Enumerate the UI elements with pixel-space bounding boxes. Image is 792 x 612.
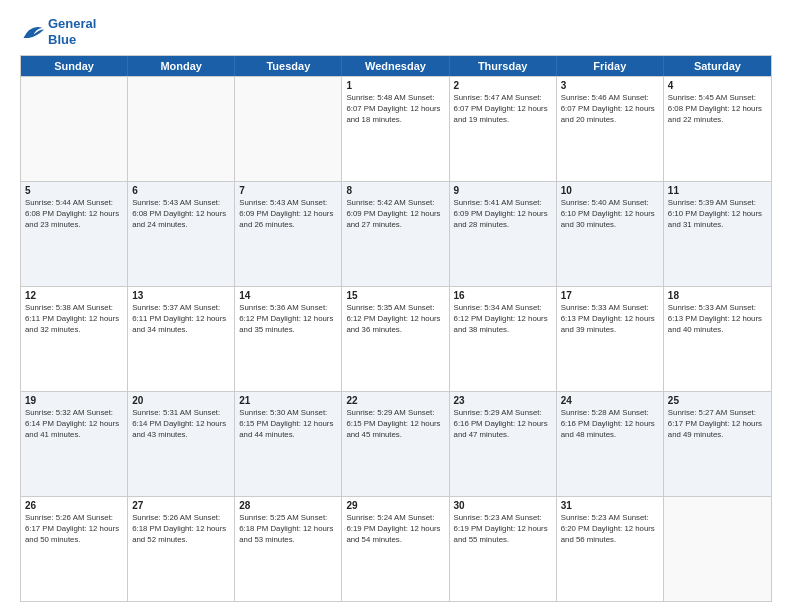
calendar-week-4: 26Sunrise: 5:26 AM Sunset: 6:17 PM Dayli… <box>21 496 771 601</box>
calendar-cell: 26Sunrise: 5:26 AM Sunset: 6:17 PM Dayli… <box>21 497 128 601</box>
logo-text: GeneralBlue <box>48 16 96 47</box>
cell-info: Sunrise: 5:29 AM Sunset: 6:16 PM Dayligh… <box>454 408 552 441</box>
cell-date: 10 <box>561 185 659 196</box>
calendar-cell: 6Sunrise: 5:43 AM Sunset: 6:08 PM Daylig… <box>128 182 235 286</box>
header-cell-tuesday: Tuesday <box>235 56 342 76</box>
calendar-week-1: 5Sunrise: 5:44 AM Sunset: 6:08 PM Daylig… <box>21 181 771 286</box>
page: GeneralBlue SundayMondayTuesdayWednesday… <box>0 0 792 612</box>
cell-date: 28 <box>239 500 337 511</box>
cell-info: Sunrise: 5:41 AM Sunset: 6:09 PM Dayligh… <box>454 198 552 231</box>
cell-date: 14 <box>239 290 337 301</box>
calendar-body: 1Sunrise: 5:48 AM Sunset: 6:07 PM Daylig… <box>21 76 771 601</box>
calendar-cell: 14Sunrise: 5:36 AM Sunset: 6:12 PM Dayli… <box>235 287 342 391</box>
cell-date: 27 <box>132 500 230 511</box>
cell-info: Sunrise: 5:43 AM Sunset: 6:09 PM Dayligh… <box>239 198 337 231</box>
cell-info: Sunrise: 5:23 AM Sunset: 6:20 PM Dayligh… <box>561 513 659 546</box>
cell-date: 2 <box>454 80 552 91</box>
calendar-cell: 7Sunrise: 5:43 AM Sunset: 6:09 PM Daylig… <box>235 182 342 286</box>
calendar-cell: 23Sunrise: 5:29 AM Sunset: 6:16 PM Dayli… <box>450 392 557 496</box>
calendar-cell: 30Sunrise: 5:23 AM Sunset: 6:19 PM Dayli… <box>450 497 557 601</box>
cell-date: 13 <box>132 290 230 301</box>
cell-info: Sunrise: 5:36 AM Sunset: 6:12 PM Dayligh… <box>239 303 337 336</box>
calendar-cell: 27Sunrise: 5:26 AM Sunset: 6:18 PM Dayli… <box>128 497 235 601</box>
cell-info: Sunrise: 5:35 AM Sunset: 6:12 PM Dayligh… <box>346 303 444 336</box>
cell-info: Sunrise: 5:28 AM Sunset: 6:16 PM Dayligh… <box>561 408 659 441</box>
header-cell-sunday: Sunday <box>21 56 128 76</box>
cell-date: 9 <box>454 185 552 196</box>
cell-date: 25 <box>668 395 767 406</box>
header-cell-friday: Friday <box>557 56 664 76</box>
calendar-cell: 29Sunrise: 5:24 AM Sunset: 6:19 PM Dayli… <box>342 497 449 601</box>
calendar-cell: 24Sunrise: 5:28 AM Sunset: 6:16 PM Dayli… <box>557 392 664 496</box>
cell-date: 21 <box>239 395 337 406</box>
header-cell-wednesday: Wednesday <box>342 56 449 76</box>
calendar-cell <box>21 77 128 181</box>
cell-info: Sunrise: 5:37 AM Sunset: 6:11 PM Dayligh… <box>132 303 230 336</box>
cell-date: 16 <box>454 290 552 301</box>
calendar-cell: 18Sunrise: 5:33 AM Sunset: 6:13 PM Dayli… <box>664 287 771 391</box>
cell-info: Sunrise: 5:42 AM Sunset: 6:09 PM Dayligh… <box>346 198 444 231</box>
calendar-cell: 1Sunrise: 5:48 AM Sunset: 6:07 PM Daylig… <box>342 77 449 181</box>
cell-info: Sunrise: 5:33 AM Sunset: 6:13 PM Dayligh… <box>668 303 767 336</box>
cell-info: Sunrise: 5:31 AM Sunset: 6:14 PM Dayligh… <box>132 408 230 441</box>
cell-date: 30 <box>454 500 552 511</box>
calendar-cell: 11Sunrise: 5:39 AM Sunset: 6:10 PM Dayli… <box>664 182 771 286</box>
calendar-cell: 3Sunrise: 5:46 AM Sunset: 6:07 PM Daylig… <box>557 77 664 181</box>
calendar-cell: 22Sunrise: 5:29 AM Sunset: 6:15 PM Dayli… <box>342 392 449 496</box>
cell-date: 20 <box>132 395 230 406</box>
calendar-cell: 5Sunrise: 5:44 AM Sunset: 6:08 PM Daylig… <box>21 182 128 286</box>
cell-date: 29 <box>346 500 444 511</box>
cell-info: Sunrise: 5:44 AM Sunset: 6:08 PM Dayligh… <box>25 198 123 231</box>
header-cell-saturday: Saturday <box>664 56 771 76</box>
calendar-cell: 4Sunrise: 5:45 AM Sunset: 6:08 PM Daylig… <box>664 77 771 181</box>
calendar-week-0: 1Sunrise: 5:48 AM Sunset: 6:07 PM Daylig… <box>21 76 771 181</box>
cell-date: 7 <box>239 185 337 196</box>
cell-info: Sunrise: 5:29 AM Sunset: 6:15 PM Dayligh… <box>346 408 444 441</box>
calendar-cell: 15Sunrise: 5:35 AM Sunset: 6:12 PM Dayli… <box>342 287 449 391</box>
cell-info: Sunrise: 5:39 AM Sunset: 6:10 PM Dayligh… <box>668 198 767 231</box>
cell-info: Sunrise: 5:27 AM Sunset: 6:17 PM Dayligh… <box>668 408 767 441</box>
calendar-cell: 9Sunrise: 5:41 AM Sunset: 6:09 PM Daylig… <box>450 182 557 286</box>
cell-date: 8 <box>346 185 444 196</box>
cell-date: 12 <box>25 290 123 301</box>
cell-info: Sunrise: 5:43 AM Sunset: 6:08 PM Dayligh… <box>132 198 230 231</box>
cell-info: Sunrise: 5:34 AM Sunset: 6:12 PM Dayligh… <box>454 303 552 336</box>
cell-info: Sunrise: 5:45 AM Sunset: 6:08 PM Dayligh… <box>668 93 767 126</box>
header-cell-thursday: Thursday <box>450 56 557 76</box>
calendar-header-row: SundayMondayTuesdayWednesdayThursdayFrid… <box>21 56 771 76</box>
calendar-cell <box>235 77 342 181</box>
cell-date: 26 <box>25 500 123 511</box>
cell-date: 4 <box>668 80 767 91</box>
cell-info: Sunrise: 5:32 AM Sunset: 6:14 PM Dayligh… <box>25 408 123 441</box>
calendar-cell: 10Sunrise: 5:40 AM Sunset: 6:10 PM Dayli… <box>557 182 664 286</box>
logo-icon <box>20 22 44 42</box>
cell-info: Sunrise: 5:25 AM Sunset: 6:18 PM Dayligh… <box>239 513 337 546</box>
cell-date: 11 <box>668 185 767 196</box>
cell-info: Sunrise: 5:38 AM Sunset: 6:11 PM Dayligh… <box>25 303 123 336</box>
cell-date: 18 <box>668 290 767 301</box>
calendar-cell: 16Sunrise: 5:34 AM Sunset: 6:12 PM Dayli… <box>450 287 557 391</box>
calendar-cell: 17Sunrise: 5:33 AM Sunset: 6:13 PM Dayli… <box>557 287 664 391</box>
cell-info: Sunrise: 5:26 AM Sunset: 6:18 PM Dayligh… <box>132 513 230 546</box>
cell-date: 15 <box>346 290 444 301</box>
logo: GeneralBlue <box>20 16 96 47</box>
cell-date: 22 <box>346 395 444 406</box>
calendar-cell: 25Sunrise: 5:27 AM Sunset: 6:17 PM Dayli… <box>664 392 771 496</box>
calendar-week-2: 12Sunrise: 5:38 AM Sunset: 6:11 PM Dayli… <box>21 286 771 391</box>
calendar-week-3: 19Sunrise: 5:32 AM Sunset: 6:14 PM Dayli… <box>21 391 771 496</box>
cell-info: Sunrise: 5:47 AM Sunset: 6:07 PM Dayligh… <box>454 93 552 126</box>
cell-date: 31 <box>561 500 659 511</box>
cell-date: 23 <box>454 395 552 406</box>
cell-date: 5 <box>25 185 123 196</box>
cell-date: 6 <box>132 185 230 196</box>
cell-info: Sunrise: 5:26 AM Sunset: 6:17 PM Dayligh… <box>25 513 123 546</box>
calendar-cell: 20Sunrise: 5:31 AM Sunset: 6:14 PM Dayli… <box>128 392 235 496</box>
cell-info: Sunrise: 5:48 AM Sunset: 6:07 PM Dayligh… <box>346 93 444 126</box>
calendar-cell: 28Sunrise: 5:25 AM Sunset: 6:18 PM Dayli… <box>235 497 342 601</box>
header-cell-monday: Monday <box>128 56 235 76</box>
calendar-cell: 13Sunrise: 5:37 AM Sunset: 6:11 PM Dayli… <box>128 287 235 391</box>
calendar-cell: 2Sunrise: 5:47 AM Sunset: 6:07 PM Daylig… <box>450 77 557 181</box>
calendar-cell: 12Sunrise: 5:38 AM Sunset: 6:11 PM Dayli… <box>21 287 128 391</box>
cell-info: Sunrise: 5:33 AM Sunset: 6:13 PM Dayligh… <box>561 303 659 336</box>
cell-date: 3 <box>561 80 659 91</box>
